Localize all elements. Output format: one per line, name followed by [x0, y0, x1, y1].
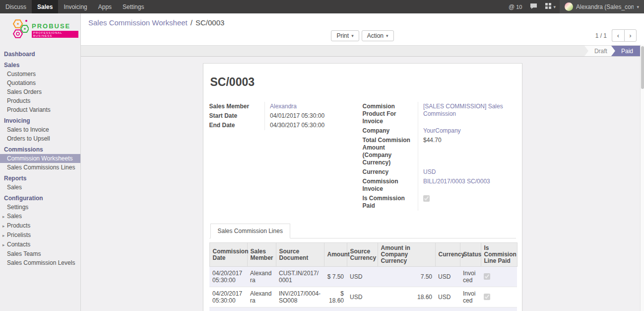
- sidebar-item-sales-orders[interactable]: Sales Orders: [0, 87, 80, 96]
- field-value-commission-product[interactable]: [SALES COMMISSION] Sales Commission: [423, 103, 503, 117]
- activity-count-badge: 10: [516, 4, 522, 10]
- breadcrumb-current: SC/0003: [195, 18, 224, 27]
- menu-invoicing[interactable]: Invoicing: [58, 0, 92, 13]
- user-menu[interactable]: Alexandra (Sales_comm... ▾: [560, 0, 644, 13]
- control-panel: Sales Commission Worksheet / SC/0003 Pri…: [81, 13, 644, 45]
- field-label-start-date: Start Date: [209, 111, 265, 121]
- cell-source-document: CUST.IN/2017/0001: [276, 267, 324, 287]
- menu-settings[interactable]: Settings: [117, 0, 149, 13]
- chevron-down-icon: ▾: [553, 4, 556, 9]
- sidebar-item-label: Contacts: [7, 241, 30, 248]
- field-value-company[interactable]: YourCompany: [423, 127, 461, 134]
- sidebar-item-label: Pricelists: [7, 232, 31, 238]
- sidebar-item-orders-to-upsell[interactable]: Orders to Upsell: [0, 134, 80, 143]
- sidebar-item-reports-sales[interactable]: Sales: [0, 183, 80, 192]
- status-draft[interactable]: Draft: [584, 46, 615, 56]
- sidebar-item-config-products[interactable]: ▸Products: [0, 221, 80, 231]
- field-value-sales-member[interactable]: Alexandra: [270, 103, 297, 110]
- menu-discuss[interactable]: Discuss: [0, 0, 32, 13]
- probuse-hexagons-icon: [11, 18, 29, 42]
- is-commission-paid-checkbox: [423, 195, 430, 202]
- sidebar-item-customers[interactable]: Customers: [0, 70, 80, 78]
- sidebar-item-product-variants[interactable]: Product Variants: [0, 105, 80, 114]
- sidebar-item-label: Products: [7, 222, 30, 229]
- field-value-currency[interactable]: USD: [423, 168, 436, 175]
- column-header-sales-member[interactable]: Sales Member: [247, 243, 276, 267]
- cell-line-paid: [481, 308, 517, 311]
- logo-tagline: PROFESSIONAL BUSINESS: [32, 31, 78, 38]
- activities-button[interactable]: @ 10: [505, 0, 526, 13]
- breadcrumb-parent-link[interactable]: Sales Commission Worksheet: [88, 18, 188, 27]
- cell-status: Invoiced: [460, 287, 481, 308]
- pager-previous-button[interactable]: ‹: [612, 29, 624, 42]
- scrollbar-thumb[interactable]: [641, 46, 644, 89]
- apps-switcher-button[interactable]: ▾: [541, 0, 560, 13]
- scrollbar[interactable]: [640, 45, 644, 311]
- column-header-company-amount[interactable]: Amount in Company Currency: [378, 243, 435, 267]
- column-header-commission-date[interactable]: Commission Date: [209, 243, 247, 267]
- column-header-line-paid[interactable]: Is Commision Line Paid: [481, 243, 517, 267]
- field-label-end-date: End Date: [209, 121, 265, 130]
- table-row[interactable]: 04/20/2017 05:30:00 Alexandra CUST.IN/20…: [209, 267, 517, 287]
- field-label-currency: Currency: [363, 167, 418, 177]
- column-header-amount[interactable]: Amount: [324, 243, 347, 267]
- tab-sales-commission-lines[interactable]: Sales Commission Lines: [210, 224, 290, 238]
- sidebar-item-quotations[interactable]: Quotations: [0, 78, 80, 87]
- sidebar-section-reports[interactable]: Reports: [0, 174, 80, 183]
- field-label-company: Company: [363, 126, 418, 136]
- pager-next-button[interactable]: ›: [624, 29, 637, 42]
- cell-source-currency: USD: [347, 308, 378, 311]
- sidebar-section-commissions[interactable]: Commissions: [0, 145, 80, 154]
- user-name: Alexandra (Sales_comm...: [576, 3, 634, 10]
- cell-commission-date: 04/20/2017 05:30:00: [209, 267, 247, 287]
- column-header-status[interactable]: Status: [460, 243, 481, 267]
- form-sheet: SC/0003 Sales Member Alexandra Start Dat…: [203, 63, 522, 311]
- menu-sales[interactable]: Sales: [32, 0, 58, 13]
- status-paid[interactable]: Paid: [611, 46, 640, 56]
- cell-line-paid: [481, 267, 517, 287]
- column-header-currency[interactable]: Currency: [435, 243, 460, 267]
- cell-currency: USD: [435, 267, 460, 287]
- sidebar-item-commission-worksheets[interactable]: Commission Worksheets: [0, 154, 80, 163]
- cell-amount: $ 18.60: [324, 287, 347, 308]
- sidebar-section-invoicing[interactable]: Invoicing: [0, 116, 80, 125]
- sidebar-section-sales[interactable]: Sales: [0, 61, 80, 70]
- cell-line-paid: [481, 287, 517, 308]
- sidebar-item-config-pricelists[interactable]: ▸Pricelists: [0, 231, 80, 240]
- sidebar-item-sales-to-invoice[interactable]: Sales to Invoice: [0, 125, 80, 134]
- sidebar-item-settings[interactable]: Settings: [0, 203, 80, 212]
- cell-status: Invoiced: [460, 308, 481, 311]
- column-header-source-document[interactable]: Source Document: [276, 243, 324, 267]
- table-row[interactable]: 04/20/2017 10:35:53 Alexandra SO008 $ 18…: [209, 308, 517, 311]
- sidebar-item-dashboard[interactable]: Dashboard: [0, 50, 80, 59]
- probuse-logo: PROBUSE PROFESSIONAL BUSINESS: [0, 13, 80, 45]
- sidebar-item-config-contacts[interactable]: ▸Contacts: [0, 240, 80, 249]
- table-row[interactable]: 04/20/2017 05:30:00 Alexandra INV/2017/0…: [209, 287, 517, 308]
- messages-button[interactable]: [526, 0, 541, 13]
- sidebar-section-configuration[interactable]: Configuration: [0, 194, 80, 203]
- print-button[interactable]: Print ▾: [331, 30, 359, 41]
- avatar: [565, 2, 573, 11]
- cell-commission-date: 04/20/2017 05:30:00: [209, 287, 247, 308]
- column-header-source-currency[interactable]: Source Currency: [347, 243, 378, 267]
- cell-amount: $ 7.50: [324, 267, 347, 287]
- field-label-commission-product: Commision Product For Invoice: [363, 102, 418, 126]
- sidebar-item-products[interactable]: Products: [0, 96, 80, 105]
- action-button[interactable]: Action ▾: [362, 30, 394, 41]
- cell-company-amount: 18.60: [378, 287, 435, 308]
- sidebar-item-sales-commissions-lines[interactable]: Sales Commissions Lines: [0, 163, 80, 172]
- field-label-total-commission-amount: Total Commision Amount (Company Currency…: [363, 136, 418, 167]
- chevron-down-icon: ▾: [351, 33, 354, 38]
- cell-source-document: INV/2017/0004-SO008: [276, 287, 324, 308]
- chat-icon: [530, 3, 537, 11]
- main-layout: PROBUSE PROFESSIONAL BUSINESS Dashboard …: [0, 13, 644, 311]
- field-value-commission-invoice[interactable]: BILL/2017/0003 SC/0003: [423, 178, 490, 185]
- table-header-row: Commission Date Sales Member Source Docu…: [209, 243, 517, 267]
- sidebar-item-config-sales[interactable]: ▸Sales: [0, 212, 80, 221]
- menu-apps[interactable]: Apps: [93, 0, 117, 13]
- sidebar-item-sales-commission-levels[interactable]: Sales Commission Levels: [0, 258, 80, 267]
- logo-name: PROBUSE: [32, 22, 78, 30]
- expand-caret-icon: ▸: [2, 223, 7, 230]
- sidebar-item-sales-teams[interactable]: Sales Teams: [0, 249, 80, 258]
- topbar-menu: Discuss Sales Invoicing Apps Settings: [0, 0, 149, 13]
